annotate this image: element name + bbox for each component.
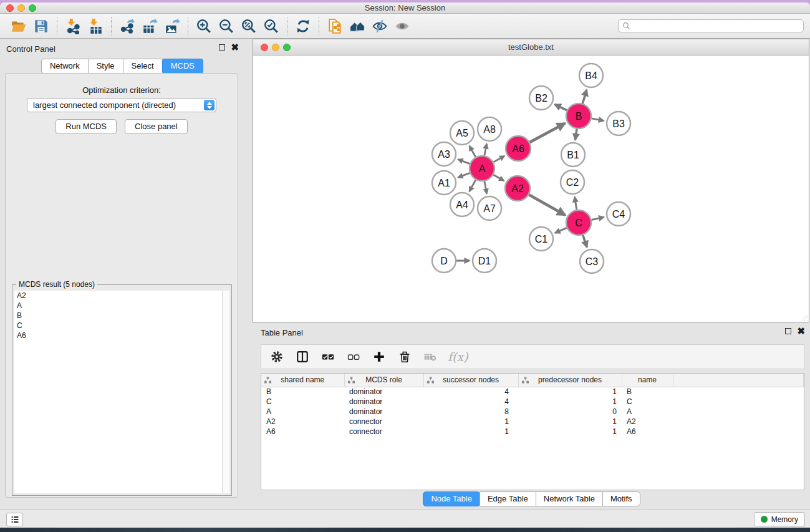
graph-node-C4[interactable]: C4 [607, 202, 630, 226]
graph-edge-A-A2[interactable] [493, 175, 504, 181]
network-canvas[interactable]: B4B2BB3A8A5A6A3B1AC2A1A2A4A7C4CC1DD1C3 [253, 56, 809, 322]
tab-select[interactable]: Select [123, 59, 163, 74]
hide-annotations-button[interactable] [369, 16, 391, 36]
column-header-shared-name[interactable]: shared name [261, 374, 344, 387]
column-header-successor-nodes[interactable]: successor nodes [423, 374, 518, 387]
cell-shared_name[interactable]: A [261, 407, 344, 417]
graph-edge-B-B3[interactable] [592, 118, 604, 121]
graph-node-A6[interactable]: A6 [506, 136, 531, 161]
graph-edge-A-A8[interactable] [485, 144, 487, 156]
graph-node-C[interactable]: C [566, 210, 591, 235]
graph-edge-C-C2[interactable] [575, 197, 577, 210]
graph-edge-A-A5[interactable] [470, 146, 476, 157]
tab-motifs[interactable]: Motifs [602, 491, 640, 506]
graph-edge-B-B2[interactable] [555, 104, 567, 110]
cell-successor_nodes[interactable]: 4 [423, 387, 518, 397]
graph-edge-A-A3[interactable] [458, 160, 470, 164]
result-item-a6[interactable]: A6 [14, 331, 222, 341]
cell-predecessor_nodes[interactable]: 1 [518, 427, 622, 437]
graph-node-B1[interactable]: B1 [561, 143, 585, 167]
export-image-button[interactable] [161, 16, 183, 36]
zoom-fit-button[interactable] [238, 16, 260, 36]
show-annotations-button[interactable] [391, 16, 413, 36]
select-all-button[interactable] [319, 347, 337, 366]
deselect-all-button[interactable] [344, 347, 363, 366]
cell-successor_nodes[interactable]: 8 [423, 407, 518, 417]
cell-predecessor_nodes[interactable]: 1 [518, 417, 622, 427]
result-scrollbar[interactable] [222, 291, 229, 493]
refresh-button[interactable] [292, 16, 314, 36]
graph-node-B4[interactable]: B4 [579, 64, 603, 87]
table-row-b[interactable]: Bdominator41B [261, 387, 804, 397]
cell-mcds_role[interactable]: dominator [344, 407, 423, 417]
graph-node-A3[interactable]: A3 [432, 142, 456, 166]
save-session-button[interactable] [30, 16, 52, 36]
tab-network-table[interactable]: Network Table [536, 491, 603, 506]
session-from-network-button[interactable] [324, 16, 346, 36]
graph-edge-C-C1[interactable] [555, 228, 567, 233]
close-panel-button[interactable]: Close panel [125, 119, 188, 134]
export-table-button[interactable] [138, 16, 161, 36]
cell-successor_nodes[interactable]: 1 [423, 427, 518, 437]
graph-node-A[interactable]: A [470, 156, 494, 181]
graph-node-C1[interactable]: C1 [529, 227, 553, 251]
cell-predecessor_nodes[interactable]: 1 [518, 397, 622, 407]
cell-name[interactable]: B [622, 387, 673, 397]
tab-style[interactable]: Style [88, 59, 123, 74]
delete-row-button[interactable] [395, 347, 414, 366]
graph-node-C3[interactable]: C3 [580, 249, 604, 273]
close-table-panel-icon[interactable]: ✖ [797, 327, 805, 335]
tab-edge-table[interactable]: Edge Table [480, 491, 536, 506]
cell-successor_nodes[interactable]: 4 [423, 397, 518, 407]
float-table-panel-icon[interactable] [785, 328, 791, 334]
cell-mcds_role[interactable]: connector [344, 417, 423, 427]
graph-edge-B-B4[interactable] [582, 90, 587, 104]
table-header-row[interactable]: shared nameMCDS rolesuccessor nodesprede… [261, 374, 804, 387]
memory-button[interactable]: Memory [754, 512, 805, 526]
result-item-b[interactable]: B [14, 311, 222, 321]
import-network-button[interactable] [62, 16, 84, 36]
graph-node-A1[interactable]: A1 [432, 171, 456, 195]
result-item-a2[interactable]: A2 [14, 291, 222, 301]
home-button[interactable] [346, 16, 369, 36]
graph-node-A4[interactable]: A4 [450, 193, 474, 216]
cell-name[interactable]: A [622, 407, 673, 417]
run-mcds-button[interactable]: Run MCDS [55, 119, 117, 134]
cell-shared_name[interactable]: B [261, 387, 344, 397]
graph-node-B2[interactable]: B2 [529, 86, 553, 110]
cell-name[interactable]: C [622, 397, 673, 407]
search-input[interactable] [633, 21, 803, 31]
graph-node-A8[interactable]: A8 [478, 117, 501, 141]
graph-edge-A-A4[interactable] [470, 180, 476, 191]
graph-node-D1[interactable]: D1 [473, 249, 496, 273]
show-column-panel-button[interactable] [293, 347, 312, 366]
graph-edge-C-C4[interactable] [592, 217, 604, 220]
table-row-c[interactable]: Cdominator41C [261, 397, 804, 407]
graph-edge-A-A6[interactable] [493, 156, 504, 162]
cell-shared_name[interactable]: A2 [261, 417, 344, 427]
cell-mcds_role[interactable]: dominator [344, 387, 423, 397]
cell-shared_name[interactable]: C [261, 397, 344, 407]
graph-node-A7[interactable]: A7 [478, 196, 501, 220]
cell-shared_name[interactable]: A6 [261, 427, 344, 437]
cell-name[interactable]: A2 [622, 417, 673, 427]
graph-edge-A2-C[interactable] [529, 195, 565, 215]
graph-node-B3[interactable]: B3 [607, 112, 630, 135]
result-item-c[interactable]: C [14, 321, 222, 331]
result-item-a[interactable]: A [14, 301, 222, 311]
import-table-button[interactable] [84, 16, 107, 36]
graph-edge-A6-B[interactable] [530, 123, 566, 142]
tab-network[interactable]: Network [41, 59, 89, 74]
graph-edge-C-C3[interactable] [583, 235, 587, 247]
graph-edge-B-B1[interactable] [575, 129, 577, 140]
open-session-button[interactable] [7, 16, 30, 36]
add-row-button[interactable] [370, 347, 388, 366]
graph-node-B[interactable]: B [566, 104, 591, 128]
cell-name[interactable]: A6 [622, 427, 673, 437]
delete-table-button[interactable] [421, 347, 440, 366]
zoom-selected-button[interactable] [260, 16, 282, 36]
tab-node-table[interactable]: Node Table [423, 491, 480, 506]
column-header-name[interactable]: name [622, 374, 673, 387]
tab-mcds[interactable]: MCDS [162, 59, 203, 74]
column-header-MCDS-role[interactable]: MCDS role [344, 374, 423, 387]
